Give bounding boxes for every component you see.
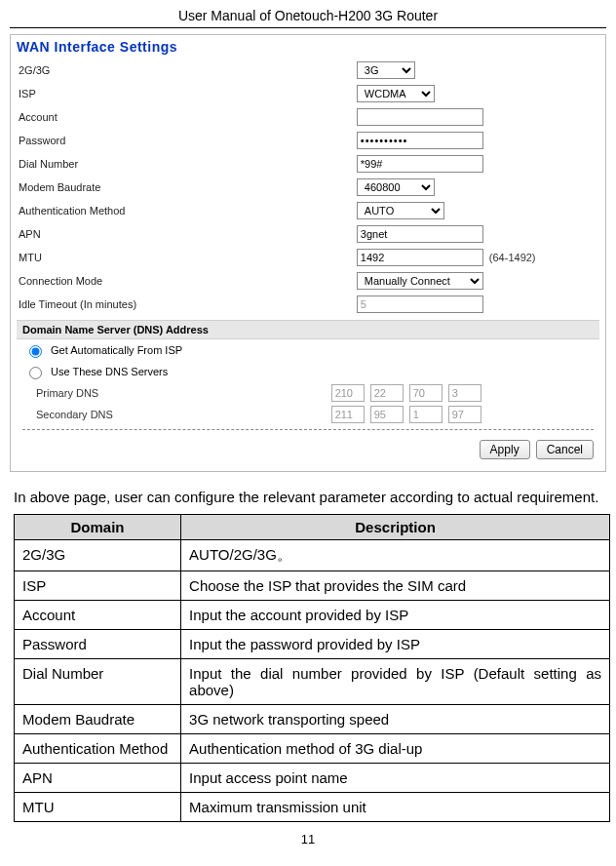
- cell-domain: Dial Number: [15, 659, 181, 705]
- label-dial: Dial Number: [17, 158, 357, 170]
- dns-header: Domain Name Server (DNS) Address: [17, 320, 599, 339]
- dns-manual-label: Use These DNS Servers: [51, 366, 168, 377]
- body-paragraph: In above page, user can configure the re…: [14, 486, 602, 508]
- cell-domain: 2G/3G: [15, 540, 181, 571]
- cell-domain: Password: [15, 630, 181, 659]
- dns-opt-auto[interactable]: Get Automatically From ISP: [17, 339, 599, 361]
- divider: [22, 429, 594, 430]
- cell-domain: Modem Baudrate: [15, 705, 181, 734]
- cell-domain: MTU: [15, 793, 181, 822]
- cell-description: Input the dial number provided by ISP (D…: [181, 659, 610, 705]
- label-apn: APN: [17, 228, 357, 240]
- row-isp: ISP WCDMA: [17, 82, 599, 105]
- secondary-dns-0[interactable]: [331, 406, 365, 423]
- cell-description: Input the account provided by ISP: [181, 601, 610, 630]
- cell-domain: Authentication Method: [15, 734, 181, 764]
- secondary-dns-2[interactable]: [409, 406, 443, 423]
- input-mtu[interactable]: [357, 249, 483, 266]
- th-domain: Domain: [15, 515, 181, 540]
- row-apn: APN: [17, 222, 599, 246]
- secondary-dns-1[interactable]: [370, 406, 404, 423]
- select-2g3g[interactable]: 3G: [357, 61, 415, 79]
- row-idle: Idle Timeout (In minutes): [17, 293, 599, 316]
- row-dial: Dial Number: [17, 152, 599, 176]
- row-account: Account: [17, 105, 599, 129]
- row-conn: Connection Mode Manually Connect: [17, 269, 599, 293]
- cell-description: Authentication method of 3G dial-up: [181, 734, 610, 764]
- label-baud: Modem Baudrate: [17, 181, 357, 193]
- th-description: Description: [181, 515, 610, 540]
- primary-dns-0[interactable]: [331, 384, 365, 402]
- select-baud[interactable]: 460800: [357, 178, 435, 196]
- label-conn: Connection Mode: [17, 275, 357, 287]
- table-row: Modem Baudrate3G network transporting sp…: [15, 705, 610, 734]
- table-row: 2G/3GAUTO/2G/3G。: [15, 540, 610, 571]
- row-secondary-dns: Secondary DNS: [17, 404, 599, 425]
- row-auth: Authentication Method AUTO: [17, 199, 599, 222]
- cell-description: Maximum transmission unit: [181, 793, 610, 822]
- form-area: 2G/3G 3G ISP WCDMA Account Password Dial…: [11, 59, 605, 471]
- input-apn[interactable]: [357, 225, 483, 243]
- cancel-button[interactable]: Cancel: [536, 440, 594, 459]
- label-mtu: MTU: [17, 252, 357, 263]
- table-row: PasswordInput the password provided by I…: [15, 630, 610, 659]
- primary-dns-3[interactable]: [448, 384, 481, 402]
- input-idle[interactable]: [357, 295, 483, 313]
- description-table: Domain Description 2G/3GAUTO/2G/3G。ISPCh…: [14, 514, 610, 822]
- label-password: Password: [17, 135, 357, 146]
- table-row: MTUMaximum transmission unit: [15, 793, 610, 822]
- cell-domain: ISP: [15, 571, 181, 601]
- row-baud: Modem Baudrate 460800: [17, 176, 599, 199]
- secondary-dns-3[interactable]: [448, 406, 481, 423]
- panel-title: WAN Interface Settings: [11, 35, 605, 59]
- row-2g3g: 2G/3G 3G: [17, 59, 599, 82]
- cell-description: Choose the ISP that provides the SIM car…: [181, 571, 610, 601]
- cell-description: AUTO/2G/3G。: [181, 540, 610, 571]
- table-row: Dial NumberInput the dial number provide…: [15, 659, 610, 705]
- input-account[interactable]: [357, 108, 483, 126]
- row-mtu: MTU (64-1492): [17, 246, 599, 269]
- button-bar: Apply Cancel: [17, 434, 599, 465]
- select-auth[interactable]: AUTO: [357, 202, 444, 219]
- table-row: Authentication MethodAuthentication meth…: [15, 734, 610, 764]
- cell-description: Input access point name: [181, 764, 610, 793]
- label-account: Account: [17, 111, 357, 123]
- label-primary-dns: Primary DNS: [24, 387, 331, 399]
- label-secondary-dns: Secondary DNS: [24, 409, 331, 420]
- select-conn[interactable]: Manually Connect: [357, 272, 483, 290]
- dns-opt-manual[interactable]: Use These DNS Servers: [17, 361, 599, 382]
- dns-auto-label: Get Automatically From ISP: [51, 344, 182, 356]
- label-2g3g: 2G/3G: [17, 64, 357, 76]
- radio-dns-auto[interactable]: [29, 345, 42, 358]
- row-primary-dns: Primary DNS: [17, 382, 599, 404]
- input-dial[interactable]: [357, 155, 483, 173]
- cell-domain: APN: [15, 764, 181, 793]
- row-password: Password: [17, 129, 599, 152]
- radio-dns-manual[interactable]: [29, 367, 42, 379]
- select-isp[interactable]: WCDMA: [357, 85, 435, 102]
- table-row: APNInput access point name: [15, 764, 610, 793]
- page-number: 11: [10, 832, 606, 846]
- label-isp: ISP: [17, 88, 357, 99]
- label-auth: Authentication Method: [17, 205, 357, 216]
- primary-dns-1[interactable]: [370, 384, 404, 402]
- cell-description: Input the password provided by ISP: [181, 630, 610, 659]
- label-idle: Idle Timeout (In minutes): [17, 298, 357, 310]
- page-header: User Manual of Onetouch-H200 3G Router: [10, 0, 606, 28]
- primary-dns-2[interactable]: [409, 384, 443, 402]
- cell-domain: Account: [15, 601, 181, 630]
- cell-description: 3G network transporting speed: [181, 705, 610, 734]
- table-row: ISPChoose the ISP that provides the SIM …: [15, 571, 610, 601]
- mtu-hint: (64-1492): [489, 252, 536, 263]
- input-password[interactable]: [357, 132, 483, 149]
- apply-button[interactable]: Apply: [480, 440, 530, 459]
- description-tbody: 2G/3GAUTO/2G/3G。ISPChoose the ISP that p…: [15, 540, 610, 822]
- settings-panel: WAN Interface Settings 2G/3G 3G ISP WCDM…: [10, 34, 606, 472]
- table-row: AccountInput the account provided by ISP: [15, 601, 610, 630]
